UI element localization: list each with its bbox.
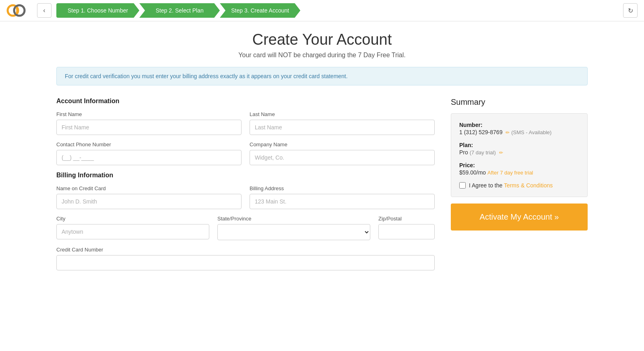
info-banner: For credit card verification you must en… <box>56 67 588 85</box>
state-select[interactable]: Alabama Alaska Arizona California Colora… <box>217 224 370 240</box>
logo <box>6 3 26 18</box>
zip-field: Zip/Postal <box>378 216 435 240</box>
first-name-label: First Name <box>56 111 242 117</box>
page-subtitle: Your card will NOT be charged during the… <box>56 52 588 59</box>
company-name-field: Company Name <box>250 141 435 165</box>
billing-name-address-row: Name on Credit Card Billing Address <box>56 185 435 209</box>
terms-checkbox[interactable] <box>459 182 466 189</box>
step2-button[interactable]: Step 2. Select Plan <box>139 3 220 18</box>
refresh-button[interactable]: ↻ <box>623 3 638 18</box>
summary-plan-label: Plan: <box>459 142 579 148</box>
contact-phone-input[interactable] <box>56 150 242 165</box>
city-state-zip-row: City State/Province Alabama Alaska Arizo… <box>56 216 435 240</box>
form-summary-layout: Account Information First Name Last Name… <box>56 98 588 277</box>
billing-address-input[interactable] <box>250 194 435 209</box>
summary-price-value: $59.00/mo After 7 day free trial <box>459 169 579 176</box>
step3-button[interactable]: Step 3. Create Account <box>220 3 300 18</box>
summary-title: Summary <box>451 98 588 107</box>
billing-section-title: Billing Information <box>56 172 435 179</box>
billing-section: Billing Information Name on Credit Card … <box>56 172 435 270</box>
back-icon: ‹ <box>43 7 45 14</box>
last-name-input[interactable] <box>250 120 435 135</box>
state-label: State/Province <box>217 216 370 222</box>
number-edit-icon[interactable]: ✏ <box>506 130 510 135</box>
billing-address-label: Billing Address <box>250 185 435 191</box>
last-name-label: Last Name <box>250 111 435 117</box>
summary-number-label: Number: <box>459 122 579 128</box>
name-on-card-label: Name on Credit Card <box>56 185 242 191</box>
steps-container: Step 1. Choose Number Step 2. Select Pla… <box>56 3 615 18</box>
svg-point-1 <box>14 5 25 16</box>
first-name-field: First Name <box>56 111 242 135</box>
city-label: City <box>56 216 209 222</box>
name-on-card-input[interactable] <box>56 194 242 209</box>
refresh-icon: ↻ <box>628 7 633 15</box>
last-name-field: Last Name <box>250 111 435 135</box>
summary-number: Number: 1 (312) 529-8769 ✏ (SMS - Availa… <box>459 122 579 135</box>
zip-label: Zip/Postal <box>378 216 435 222</box>
contact-phone-field: Contact Phone Number <box>56 141 242 165</box>
step1-button[interactable]: Step 1. Choose Number <box>56 3 139 18</box>
page-title: Create Your Account <box>56 31 588 48</box>
summary-price: Price: $59.00/mo After 7 day free trial <box>459 162 579 176</box>
city-input[interactable] <box>56 224 209 239</box>
credit-card-row: Credit Card Number <box>56 247 435 270</box>
name-row: First Name Last Name <box>56 111 435 135</box>
billing-address-field: Billing Address <box>250 185 435 209</box>
credit-card-label: Credit Card Number <box>56 247 435 253</box>
company-name-label: Company Name <box>250 141 435 147</box>
page-heading: Create Your Account Your card will NOT b… <box>56 31 588 59</box>
zip-input[interactable] <box>378 224 435 239</box>
summary-price-label: Price: <box>459 162 579 168</box>
credit-card-field: Credit Card Number <box>56 247 435 270</box>
first-name-input[interactable] <box>56 120 242 135</box>
company-name-input[interactable] <box>250 150 435 165</box>
back-button[interactable]: ‹ <box>37 3 52 18</box>
account-section-title: Account Information <box>56 98 435 105</box>
plan-edit-icon[interactable]: ✏ <box>499 150 503 156</box>
summary-column: Summary Number: 1 (312) 529-8769 ✏ (SMS … <box>451 98 588 231</box>
contact-phone-label: Contact Phone Number <box>56 141 242 147</box>
terms-link[interactable]: Terms & Conditions <box>504 182 553 189</box>
city-field: City <box>56 216 209 240</box>
activate-button-label: Activate My Account » <box>480 212 559 222</box>
phone-company-row: Contact Phone Number Company Name <box>56 141 435 165</box>
summary-box: Number: 1 (312) 529-8769 ✏ (SMS - Availa… <box>451 113 588 197</box>
summary-plan: Plan: Pro (7 day trial) ✏ <box>459 142 579 156</box>
terms-text: I Agree to the Terms & Conditions <box>469 182 553 189</box>
name-on-card-field: Name on Credit Card <box>56 185 242 209</box>
credit-card-input[interactable] <box>56 255 435 270</box>
summary-number-value: 1 (312) 529-8769 ✏ (SMS - Available) <box>459 129 579 135</box>
main-content: Create Your Account Your card will NOT b… <box>40 21 604 287</box>
terms-row: I Agree to the Terms & Conditions <box>459 182 579 189</box>
form-column: Account Information First Name Last Name… <box>56 98 435 277</box>
header: ‹ Step 1. Choose Number Step 2. Select P… <box>0 0 644 21</box>
activate-button[interactable]: Activate My Account » <box>451 204 588 231</box>
summary-plan-value: Pro (7 day trial) ✏ <box>459 149 579 156</box>
state-field: State/Province Alabama Alaska Arizona Ca… <box>217 216 370 240</box>
